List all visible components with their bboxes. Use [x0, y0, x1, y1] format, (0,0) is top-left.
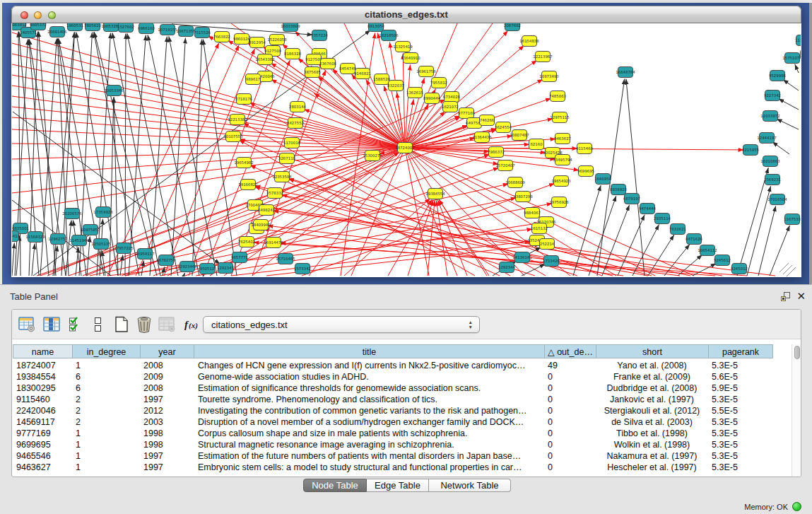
graph-node[interactable]: 9529986 [769, 71, 787, 81]
graph-edge[interactable] [522, 264, 546, 276]
column-header-year[interactable]: year [141, 344, 194, 358]
graph-node[interactable]: 8427552 [287, 118, 304, 129]
graph-node[interactable]: 12353594 [272, 172, 292, 182]
column-header-title[interactable]: title [194, 344, 545, 358]
column-header-short[interactable]: short [596, 344, 709, 358]
graph-node[interactable]: 12444197 [757, 133, 776, 144]
network-window[interactable]: citations_edges.txt 20638121405571960537… [11, 6, 801, 277]
graph-node[interactable]: 746266 [480, 115, 495, 126]
graph-node[interactable]: 8938923 [610, 185, 627, 195]
table-row[interactable]: 1456911722003Disruption of a novel membe… [13, 416, 773, 428]
graph-node[interactable]: 1527602 [117, 23, 134, 33]
graph-node[interactable]: 1860531 [66, 23, 83, 31]
column-header-in_degree[interactable]: in_degree [73, 344, 141, 358]
graph-node[interactable]: 1621072 [442, 102, 459, 112]
table-selector-dropdown[interactable]: citations_edges.txt ▲▼ [203, 316, 480, 333]
graph-node[interactable]: 9245012 [731, 264, 748, 274]
graph-edge[interactable] [184, 273, 185, 276]
graph-edge[interactable] [403, 53, 405, 148]
graph-node[interactable]: 10210663 [760, 156, 779, 167]
graph-edge[interactable] [153, 154, 490, 276]
table-row[interactable]: 946362711997Embryonic stem cells: a mode… [13, 462, 773, 473]
graph-edge[interactable] [618, 215, 645, 276]
graph-edge[interactable] [32, 243, 35, 276]
graph-node[interactable]: 20053346 [104, 86, 124, 96]
table-row[interactable]: 2242004622012Investigating the contribut… [13, 405, 773, 416]
graph-node[interactable]: 12213382 [228, 115, 247, 125]
delete-column-icon[interactable] [136, 316, 153, 334]
graph-node[interactable]: 62160 [529, 139, 544, 150]
graph-node[interactable]: 2935114 [654, 214, 671, 224]
graph-node[interactable]: 9884067 [524, 208, 541, 218]
toggle-rows-icon[interactable] [93, 316, 102, 333]
graph-node[interactable]: 10975857 [81, 225, 100, 235]
graph-node[interactable]: 12505135 [91, 239, 110, 250]
graph-node[interactable]: 15720407 [495, 160, 514, 171]
function-builder-icon[interactable]: f (x) [184, 316, 202, 333]
graph-node[interactable]: 8990444 [423, 93, 441, 104]
graph-node[interactable]: 6966160 [138, 23, 155, 34]
graph-node[interactable]: 9777169 [458, 108, 476, 119]
graph-node[interactable]: 10688609 [505, 177, 525, 188]
graph-node[interactable]: 9463627 [554, 134, 571, 144]
graph-node[interactable]: 2803144 [289, 102, 307, 112]
graph-node[interactable]: 16648784 [616, 67, 635, 78]
graph-edge[interactable] [90, 184, 509, 276]
close-icon[interactable]: ✕ [796, 290, 806, 303]
graph-node[interactable]: 10807487 [510, 130, 529, 141]
graph-node[interactable]: 2367608 [319, 59, 337, 69]
graph-node[interactable]: 9227342 [764, 90, 781, 101]
graph-node[interactable]: 16033809 [281, 23, 300, 32]
column-header-pagerank[interactable]: pagerank [709, 344, 773, 358]
tab-edge-table[interactable]: Edge Table [367, 479, 429, 492]
graph-node[interactable]: 7663822 [213, 32, 230, 42]
graph-node[interactable]: 21364436 [472, 132, 492, 143]
graph-node[interactable]: 8471626 [686, 234, 703, 245]
table-row[interactable]: 969969511998Structural magnetic resonanc… [13, 439, 773, 450]
graph-node[interactable]: 16914479 [264, 238, 283, 248]
graph-node[interactable]: 1362615 [406, 88, 423, 98]
graph-node[interactable]: 17016504 [767, 194, 787, 205]
graph-node[interactable]: 12213967 [533, 52, 552, 62]
graph-edge[interactable] [169, 36, 217, 276]
graph-edge[interactable] [783, 79, 799, 90]
graph-node[interactable]: 10654112 [698, 245, 717, 256]
graph-edge[interactable] [254, 187, 535, 276]
graph-node[interactable]: 10719155 [158, 25, 177, 35]
graph-node[interactable]: 1170016 [283, 138, 301, 148]
graph-node[interactable]: 11325419 [393, 42, 413, 52]
graph-node[interactable]: 3875685 [304, 67, 321, 78]
graph-node[interactable]: 19654923 [551, 176, 570, 187]
citation-network-graph[interactable]: 2063812140557196053722069140618605317805… [12, 23, 801, 276]
column-header-out_de[interactable]: △ out_de… [545, 344, 596, 358]
graph-node[interactable]: 9474444 [639, 204, 657, 214]
network-window-titlebar[interactable]: citations_edges.txt [11, 6, 801, 23]
graph-node[interactable]: 6734028 [443, 92, 461, 103]
graph-edge[interactable] [758, 206, 776, 276]
graph-node[interactable]: 7485063 [549, 91, 566, 102]
table-mode-icon[interactable] [18, 316, 36, 333]
canvas-resize-grip-icon[interactable] [779, 263, 796, 276]
graph-node[interactable]: 10973493 [539, 71, 558, 82]
tab-node-table[interactable]: Node Table [303, 479, 367, 492]
graph-node[interactable]: 252214 [540, 239, 555, 250]
graph-node[interactable]: 15716485 [276, 254, 295, 264]
graph-edge[interactable] [405, 23, 493, 148]
graph-edge[interactable] [192, 39, 202, 276]
graph-node[interactable]: 7632621 [669, 224, 686, 235]
graph-edge[interactable] [12, 75, 405, 148]
graph-node[interactable]: 9115460 [576, 144, 594, 154]
graph-node[interactable]: 19218506 [379, 30, 399, 41]
graph-node[interactable]: 1292344 [498, 262, 516, 273]
graph-node[interactable]: 3267110 [278, 153, 296, 164]
graph-node[interactable]: 15226058 [267, 35, 287, 45]
network-canvas[interactable]: 2063812140557196053722069140618605317805… [12, 23, 801, 276]
graph-node[interactable]: 20691406 [47, 27, 67, 37]
graph-edge[interactable] [204, 274, 204, 276]
graph-node[interactable]: 17957225 [114, 243, 133, 254]
graph-node[interactable]: 9699695 [577, 166, 594, 177]
graph-node[interactable]: 14136141 [512, 252, 531, 263]
graph-node[interactable]: 3624554 [495, 122, 512, 133]
graph-node[interactable]: 19384554 [425, 189, 445, 199]
graph-edge[interactable] [405, 64, 410, 148]
